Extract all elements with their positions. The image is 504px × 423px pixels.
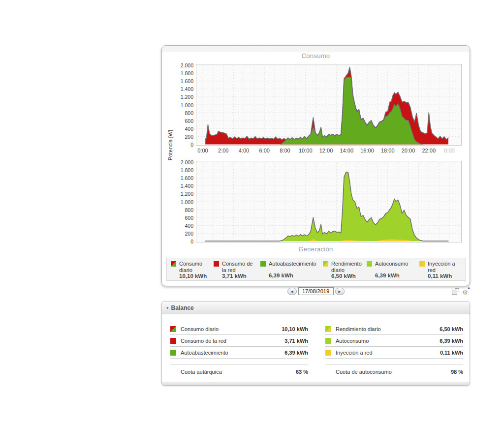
generacion-plot xyxy=(196,161,462,242)
balance-body: Consumo diario10,10 kWhConsumo de la red… xyxy=(162,314,470,382)
consumo-plot xyxy=(196,64,462,146)
generacion-chart xyxy=(196,161,461,242)
collapse-arrow-icon: ▾ xyxy=(166,305,169,310)
y-tick-label: 1.800 xyxy=(181,167,193,173)
legend-item: Consumo diario10,10 kWh xyxy=(171,261,210,278)
balance-swatch-icon xyxy=(170,350,176,356)
y-tick-label: 1.600 xyxy=(181,78,193,84)
y-tick-label: 200 xyxy=(185,231,193,237)
y-tick-label: 2.000 xyxy=(181,62,193,68)
balance-summary-label: Cuota autárquica xyxy=(181,369,296,375)
balance-row: Consumo diario10,10 kWh xyxy=(170,323,308,335)
balance-swatch-icon xyxy=(325,326,331,332)
balance-panel-title: Balance xyxy=(171,304,194,311)
y-tick-label: 600 xyxy=(185,215,193,221)
balance-row-value: 10,10 kWh xyxy=(282,326,308,332)
gear-up-arrow-icon: ▲ xyxy=(467,286,471,289)
balance-row-label: Autoconsumo xyxy=(336,338,440,344)
x-tick-label: 4:00 xyxy=(239,148,249,153)
x-tick-label: 14:00 xyxy=(340,148,353,153)
y-tick-label: 800 xyxy=(185,110,193,116)
y-tick-label: 1.600 xyxy=(181,175,193,181)
legend-item: Consumo de la red3,71 kWh xyxy=(214,261,257,278)
legend-swatch-icon xyxy=(323,261,328,267)
y-tick-label: 1.000 xyxy=(181,102,193,108)
balance-summary-row: Cuota de autoconsumo98 % xyxy=(325,364,463,378)
generacion-chart-title: Generación xyxy=(162,245,470,253)
widget-texture-strip xyxy=(162,46,470,52)
balance-row: Inyección a red0,11 kWh xyxy=(325,347,463,359)
y-tick-label: 800 xyxy=(185,207,193,213)
balance-row: Autoconsumo6,39 kWh xyxy=(325,335,463,347)
widget-tool-icons: ⚙ ▲ xyxy=(452,288,470,295)
balance-row-value: 3,71 kWh xyxy=(284,338,308,344)
y-tick-label: 2.000 xyxy=(181,159,193,165)
gear-icon[interactable]: ⚙ ▲ xyxy=(462,288,470,295)
legend-value: 0,11 kWh xyxy=(419,273,462,279)
chart-legend: Consumo diario10,10 kWhConsumo de la red… xyxy=(166,258,466,281)
y-tick-label: 1.200 xyxy=(181,191,193,197)
legend-item: Rendimiento diario6,50 kWh xyxy=(323,261,363,278)
time-axis: 0:002:004:006:008:0010:0012:0014:0016:00… xyxy=(196,148,461,154)
balance-panel-header[interactable]: ▾ Balance xyxy=(162,302,470,314)
y-tick-label: 200 xyxy=(185,134,193,140)
balance-summary-value: 98 % xyxy=(451,369,463,375)
x-tick-label: 16:00 xyxy=(360,148,374,153)
legend-swatch-icon xyxy=(260,261,266,267)
balance-panel: ▾ Balance Consumo diario10,10 kWhConsumo… xyxy=(161,301,470,386)
y-tick-label: 1.800 xyxy=(181,70,193,76)
date-input[interactable] xyxy=(298,287,334,295)
legend-value: 6,39 kWh xyxy=(367,272,416,278)
y-tick-label: 1.400 xyxy=(181,86,193,92)
previous-day-button[interactable]: ◀ xyxy=(287,288,297,295)
y-tick-label: 1.000 xyxy=(181,199,193,205)
legend-swatch-icon xyxy=(367,261,372,267)
x-tick-label: 2:00 xyxy=(218,148,228,153)
consumo-chart xyxy=(196,64,461,145)
legend-item: Autoabastecimiento6,39 kWh xyxy=(260,261,319,278)
legend-value: 6,50 kWh xyxy=(323,273,363,279)
legend-item: Inyección a red0,11 kWh xyxy=(419,261,462,278)
balance-row-label: Autoabastecimiento xyxy=(181,350,284,356)
balance-swatch-icon xyxy=(170,326,176,332)
balance-row-label: Consumo diario xyxy=(181,326,282,332)
energy-chart-widget: Consumo 2.0001.8001.6001.4001.2001.00080… xyxy=(161,45,470,286)
balance-row-label: Inyección a red xyxy=(336,350,440,356)
x-tick-label: 18:00 xyxy=(381,148,395,153)
balance-swatch-icon xyxy=(325,350,331,356)
balance-row-value: 0,11 kWh xyxy=(440,350,463,356)
y-tick-label: 1.200 xyxy=(181,94,193,100)
legend-swatch-icon xyxy=(419,261,425,267)
legend-label: Consumo de la red xyxy=(222,261,257,273)
y-tick-label: 0 xyxy=(190,142,193,148)
balance-row-label: Consumo de la red xyxy=(181,338,284,344)
y-tick-label: 1.400 xyxy=(181,183,193,189)
x-tick-label: 12:00 xyxy=(319,148,333,153)
legend-label: Autoabastecimiento xyxy=(269,261,316,267)
y-tick-label: 400 xyxy=(185,223,193,229)
next-day-button[interactable]: ▶ xyxy=(335,288,345,295)
y-tick-label: 400 xyxy=(185,126,193,132)
balance-right-column: Rendimiento diario6,50 kWhAutoconsumo6,3… xyxy=(325,323,463,378)
date-navigation: ◀ ▶ ⚙ ▲ xyxy=(161,287,470,296)
balance-summary-label: Cuota de autoconsumo xyxy=(336,369,451,375)
generacion-y-axis: 2.0001.8001.6001.4001.2001.0008006004002… xyxy=(169,161,193,244)
legend-label: Autoconsumo xyxy=(375,261,408,267)
balance-row-value: 6,50 kWh xyxy=(440,326,463,332)
y-tick-label: 0 xyxy=(190,239,193,244)
legend-label: Inyección a red xyxy=(428,261,462,273)
legend-value: 10,10 kWh xyxy=(171,273,210,279)
legend-value: 6,39 kWh xyxy=(260,272,319,278)
balance-row-label: Rendimiento diario xyxy=(336,326,440,332)
balance-panel-footer xyxy=(162,382,470,385)
legend-value: 3,71 kWh xyxy=(214,273,257,279)
balance-row-value: 6,39 kWh xyxy=(440,338,463,344)
balance-summary-row: Cuota autárquica63 % xyxy=(170,364,308,378)
legend-swatch-icon xyxy=(214,261,219,267)
legend-label: Consumo diario xyxy=(179,261,210,273)
x-tick-label: 6:00 xyxy=(259,148,270,153)
balance-row: Autoabastecimiento6,39 kWh xyxy=(170,347,308,359)
diagram-icon[interactable] xyxy=(452,288,459,295)
balance-summary-value: 63 % xyxy=(296,369,308,375)
legend-swatch-icon xyxy=(171,261,176,267)
